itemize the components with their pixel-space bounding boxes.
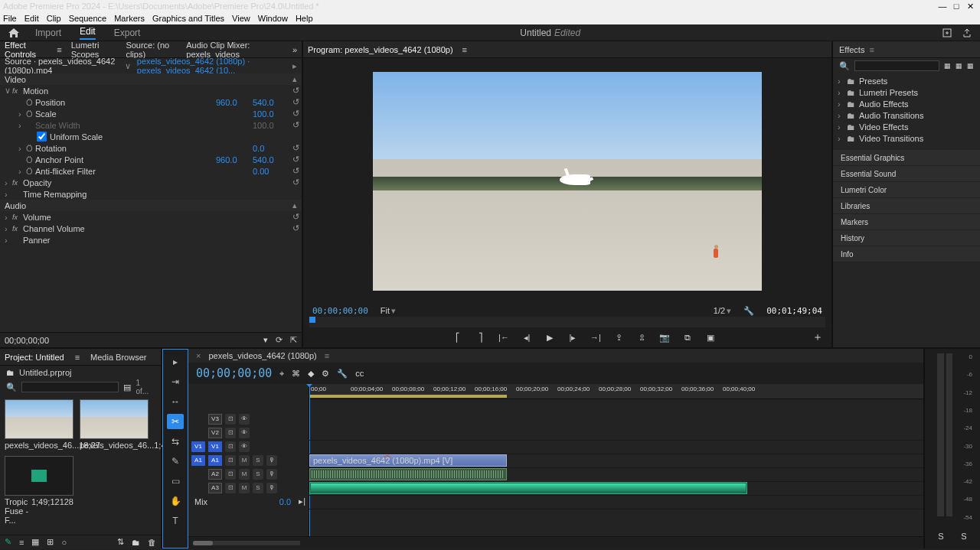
source-timecode[interactable]: 00;00;00;00	[5, 336, 49, 345]
menu-help[interactable]: Help	[296, 14, 313, 23]
close-sequence-icon[interactable]: ×	[196, 351, 201, 360]
home-icon[interactable]	[8, 28, 20, 38]
section-toggle-icon[interactable]: ▴	[292, 74, 297, 84]
toggle-track-output-icon[interactable]: 👁	[239, 428, 250, 438]
program-timecode-left[interactable]: 00;00;00;00	[312, 306, 368, 316]
step-back-icon[interactable]: ◂|	[521, 331, 533, 343]
reset-motion-icon[interactable]: ↺	[289, 86, 302, 96]
effects-node-lumetri[interactable]: Lumetri Presets	[859, 88, 918, 97]
panel-info[interactable]: Info	[833, 246, 980, 262]
caption-icon[interactable]: cc	[355, 369, 364, 379]
tab-audio-mixer[interactable]: Audio Clip Mixer: pexels_videos_	[186, 41, 283, 59]
position-y[interactable]: 540.0	[253, 98, 289, 107]
overflow-icon[interactable]: »	[292, 45, 297, 54]
effects-node-videotrans[interactable]: Video Transitions	[859, 134, 923, 143]
effects-node-presets[interactable]: Presets	[859, 76, 887, 86]
voice-over-icon[interactable]: 🎙	[266, 469, 277, 480]
pin-icon[interactable]: ⇱	[290, 335, 297, 345]
zoom-slider[interactable]: ○	[61, 538, 67, 547]
new-item-icon[interactable]: ✎	[5, 537, 11, 547]
freeform-view-icon[interactable]: ⊞	[47, 537, 54, 547]
panel-menu-icon[interactable]: ≡	[57, 45, 61, 54]
tab-source[interactable]: Source: (no clips)	[126, 41, 177, 59]
panel-essential-sound[interactable]: Essential Sound	[833, 166, 980, 182]
resolution-select[interactable]: 1/2 ▾	[714, 306, 731, 316]
reset-scale-icon[interactable]: ↺	[289, 109, 302, 119]
panel-essential-graphics[interactable]: Essential Graphics	[833, 150, 980, 166]
safe-margins-icon[interactable]: ▣	[704, 331, 717, 343]
reset-position-icon[interactable]: ↺	[289, 97, 302, 107]
panel-lumetri-color[interactable]: Lumetri Color	[833, 182, 980, 198]
program-scrubber[interactable]	[309, 317, 825, 327]
menu-sequence[interactable]: Sequence	[69, 14, 107, 23]
list-view-icon[interactable]: ≡	[19, 538, 24, 547]
play-button[interactable]: ▶	[544, 331, 556, 343]
sync-lock-icon[interactable]: ⊡	[225, 428, 236, 438]
track-a2[interactable]: A2	[208, 469, 222, 480]
timeline-zoom-slider[interactable]	[193, 541, 300, 545]
ripple-edit-tool[interactable]: ↔	[167, 394, 184, 409]
hand-tool[interactable]: ✋	[167, 493, 184, 509]
sequence-tab[interactable]: pexels_videos_4642 (1080p)	[208, 351, 316, 360]
go-to-out-icon[interactable]: →|	[590, 331, 602, 343]
audio-clip-a1[interactable]	[309, 468, 507, 480]
slip-tool[interactable]: ⇆	[167, 434, 184, 449]
voice-over-icon[interactable]: 🎙	[266, 455, 277, 466]
anchor-x[interactable]: 960.0	[216, 155, 253, 164]
tab-project[interactable]: Project: Untitled	[5, 353, 64, 362]
loop-icon[interactable]: ⟳	[276, 335, 283, 345]
effect-panner[interactable]: Panner	[23, 236, 302, 245]
scale-value[interactable]: 100.0	[253, 109, 289, 119]
go-to-in-icon[interactable]: |←	[498, 331, 510, 343]
sort-icon[interactable]: ⇅	[117, 537, 124, 547]
reset-opacity-icon[interactable]: ↺	[289, 177, 302, 187]
fx-badge-3-icon[interactable]: ▦	[967, 62, 974, 70]
quick-export-icon[interactable]	[942, 28, 952, 38]
timeline-ruler[interactable]: 00;00 00;00;04;00 00;00;08;00 00;00;12;0…	[309, 384, 923, 399]
mark-out-icon[interactable]: ⎤	[475, 331, 487, 343]
lift-icon[interactable]: ⇪	[612, 331, 625, 343]
timeline-timecode[interactable]: 00;00;00;00	[196, 366, 272, 380]
solo-right-button[interactable]: S	[961, 532, 966, 544]
uniform-scale-checkbox[interactable]	[37, 132, 47, 142]
workspace-tab-import[interactable]: Import	[35, 28, 61, 38]
sync-lock-icon[interactable]: ⊡	[225, 455, 236, 466]
track-v2[interactable]: V2	[208, 428, 222, 438]
sync-lock-icon[interactable]: ⊡	[225, 441, 236, 452]
settings-wrench-icon[interactable]: 🔧	[743, 306, 754, 316]
selection-tool[interactable]: ▸	[167, 354, 184, 369]
menu-file[interactable]: File	[3, 14, 17, 23]
menu-view[interactable]: View	[232, 14, 250, 23]
project-item[interactable]: pexels_videos_46...1;49;04	[80, 399, 149, 450]
panel-libraries[interactable]: Libraries	[833, 198, 980, 214]
fit-select[interactable]: Fit ▾	[381, 306, 396, 316]
add-marker-icon[interactable]: ◆	[308, 369, 314, 379]
tab-effect-controls[interactable]: Effect Controls	[5, 41, 47, 59]
panel-history[interactable]: History	[833, 230, 980, 246]
reset-scalew-icon[interactable]: ↺	[289, 120, 302, 130]
breadcrumb-sequence-link[interactable]: pexels_videos_4642 (1080p) · pexels_vide…	[137, 57, 292, 75]
filter-icon[interactable]: ▾	[263, 335, 268, 345]
mix-value[interactable]: 0.0	[279, 497, 291, 506]
video-clip[interactable]: pexels_videos_4642 (1080p).mp4 [V]✂	[309, 454, 507, 467]
tab-program[interactable]: Program: pexels_videos_4642 (1080p)	[308, 45, 453, 54]
effects-panel-menu-icon[interactable]: ≡	[869, 45, 874, 54]
sync-lock-icon[interactable]: ⊡	[225, 414, 236, 425]
timeline-settings-icon[interactable]: ⚙	[322, 369, 329, 379]
filter-bin-icon[interactable]: ▤	[123, 382, 131, 392]
linked-selection-icon[interactable]: ⌘	[292, 369, 300, 379]
reset-anchor-icon[interactable]: ↺	[289, 155, 302, 164]
icon-view-icon[interactable]: ▦	[31, 537, 39, 547]
type-tool[interactable]: T	[167, 513, 184, 529]
timeline-panel-menu-icon[interactable]: ≡	[325, 351, 329, 360]
effects-node-videofx[interactable]: Video Effects	[859, 122, 908, 132]
go-to-next-icon[interactable]: ▸|	[299, 496, 305, 506]
voice-over-icon[interactable]: 🎙	[266, 483, 277, 493]
program-panel-menu-icon[interactable]: ≡	[462, 45, 467, 54]
reset-antiflicker-icon[interactable]: ↺	[289, 166, 302, 176]
effect-volume[interactable]: Volume	[23, 213, 289, 222]
toggle-track-output-icon[interactable]: 👁	[239, 414, 250, 425]
sync-lock-icon[interactable]: ⊡	[225, 469, 236, 480]
wrench-icon[interactable]: 🔧	[337, 369, 348, 379]
effects-search-input[interactable]	[854, 60, 939, 71]
